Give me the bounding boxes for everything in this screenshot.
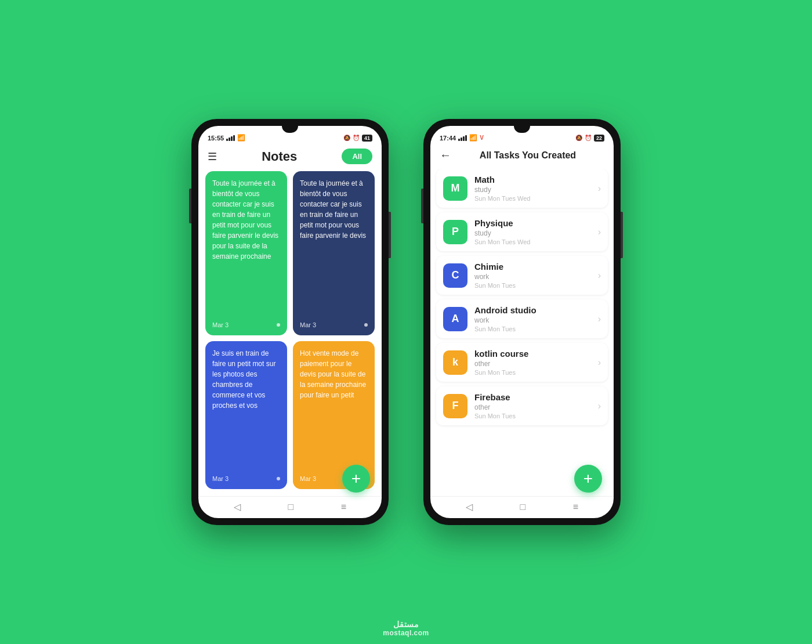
task-item-physique[interactable]: P Physique study Sun Mon Tues Wed ›	[436, 212, 608, 251]
task-category-chimie: work	[474, 273, 591, 281]
task-days-chimie: Sun Mon Tues	[474, 282, 591, 289]
note-text-4: Hot vente mode de paiement pour le devis…	[300, 348, 368, 471]
chevron-icon-physique: ›	[598, 227, 601, 237]
nav-bar-tasks: ◁ □ ≡	[430, 496, 614, 518]
nav-recent-icon-2[interactable]: ≡	[573, 502, 578, 512]
task-item-android[interactable]: A Android studio work Sun Mon Tues ›	[436, 299, 608, 338]
task-item-math[interactable]: M Math study Sun Mon Tues Wed ›	[436, 169, 608, 208]
status-left: 15:55 📶	[208, 134, 245, 142]
nav-back-icon[interactable]: ◁	[234, 501, 241, 512]
battery-notes: 41	[362, 135, 372, 142]
tasks-title: All Tasks You Created	[451, 150, 604, 161]
signal-icon	[226, 135, 235, 141]
time-tasks: 17:44	[440, 135, 456, 142]
scene: 15:55 📶 🔕 ⏰ 41 ☰ No	[191, 119, 621, 525]
task-avatar-physique: P	[443, 220, 467, 244]
nav-home-icon-2[interactable]: □	[520, 502, 525, 512]
note-text-2: Toute la journée et à bientôt de vous co…	[300, 178, 368, 317]
time-notes: 15:55	[208, 135, 224, 142]
note-date-1: Mar 3	[212, 321, 280, 328]
task-item-kotlin[interactable]: k kotlin course other Sun Mon Tues ›	[436, 343, 608, 382]
task-name-physique: Physique	[474, 218, 591, 228]
task-info-chimie: Chimie work Sun Mon Tues	[474, 262, 591, 289]
nav-back-icon-2[interactable]: ◁	[466, 501, 473, 512]
task-item-chimie[interactable]: C Chimie work Sun Mon Tues ›	[436, 256, 608, 295]
watermark-arabic: مستقل	[383, 620, 429, 629]
phone-notes: 15:55 📶 🔕 ⏰ 41 ☰ No	[191, 119, 389, 525]
all-button[interactable]: All	[342, 149, 372, 164]
note-dot-1	[277, 323, 280, 327]
task-category-math: study	[474, 186, 591, 194]
notes-grid: Toute la journée et à bientôt de vous co…	[198, 171, 382, 496]
watermark: مستقل mostaql.com	[383, 620, 429, 637]
alarm-icon-2: ⏰	[585, 135, 592, 141]
task-info-math: Math study Sun Mon Tues Wed	[474, 175, 591, 202]
note-text-3: Je suis en train de faire un petit mot s…	[212, 348, 280, 471]
signal-icon-2	[458, 135, 467, 141]
task-name-kotlin: kotlin course	[474, 349, 591, 359]
task-days-physique: Sun Mon Tues Wed	[474, 238, 591, 245]
task-avatar-math: M	[443, 176, 467, 201]
v-icon: V	[480, 135, 484, 141]
nav-recent-icon[interactable]: ≡	[341, 502, 346, 512]
task-days-kotlin: Sun Mon Tues	[474, 369, 591, 376]
task-info-firebase: Firebase other Sun Mon Tues	[474, 392, 591, 419]
task-category-android: work	[474, 316, 591, 324]
task-info-kotlin: kotlin course other Sun Mon Tues	[474, 349, 591, 376]
task-days-android: Sun Mon Tues	[474, 325, 591, 332]
task-avatar-kotlin: k	[443, 350, 467, 375]
phone-notes-screen: 15:55 📶 🔕 ⏰ 41 ☰ No	[198, 126, 382, 518]
note-card-2[interactable]: Toute la journée et à bientôt de vous co…	[293, 171, 375, 335]
battery-tasks: 22	[594, 135, 604, 142]
chevron-icon-chimie: ›	[598, 270, 601, 281]
note-text-1: Toute la journée et à bientôt de vous co…	[212, 178, 280, 317]
notes-title: Notes	[262, 149, 297, 164]
task-name-android: Android studio	[474, 305, 591, 315]
tasks-header: ← All Tasks You Created	[430, 144, 614, 169]
mute-icon-2: 🔕	[575, 135, 582, 141]
phone-tasks-screen: 17:44 📶 V 🔕 ⏰ 22	[430, 126, 614, 518]
nav-home-icon[interactable]: □	[288, 502, 293, 512]
task-category-firebase: other	[474, 403, 591, 411]
task-name-math: Math	[474, 175, 591, 184]
task-info-physique: Physique study Sun Mon Tues Wed	[474, 218, 591, 245]
note-dot-3	[277, 477, 280, 480]
task-avatar-android: A	[443, 307, 467, 331]
note-card-3[interactable]: Je suis en train de faire un petit mot s…	[205, 341, 287, 489]
notes-header: ☰ Notes All	[198, 144, 382, 171]
note-card-1[interactable]: Toute la journée et à bientôt de vous co…	[205, 171, 287, 335]
phone-tasks: 17:44 📶 V 🔕 ⏰ 22	[423, 119, 621, 525]
fab-tasks[interactable]: +	[574, 465, 602, 493]
task-category-physique: study	[474, 229, 591, 237]
chevron-icon-kotlin: ›	[598, 357, 601, 368]
task-item-firebase[interactable]: F Firebase other Sun Mon Tues ›	[436, 386, 608, 425]
chevron-icon-android: ›	[598, 314, 601, 324]
note-date-3: Mar 3	[212, 475, 280, 482]
wifi-icon: 📶	[237, 134, 245, 142]
tasks-list: M Math study Sun Mon Tues Wed › P Physiq…	[430, 169, 614, 496]
task-avatar-chimie: C	[443, 263, 467, 288]
status-right-tasks: 🔕 ⏰ 22	[575, 135, 604, 142]
fab-notes[interactable]: +	[342, 465, 370, 493]
task-avatar-firebase: F	[443, 394, 467, 418]
chevron-icon-math: ›	[598, 183, 601, 194]
status-left-tasks: 17:44 📶 V	[440, 134, 484, 142]
nav-bar-notes: ◁ □ ≡	[198, 496, 382, 518]
status-right-notes: 🔕 ⏰ 41	[343, 135, 372, 142]
back-button[interactable]: ←	[440, 149, 451, 162]
task-days-math: Sun Mon Tues Wed	[474, 195, 591, 202]
wifi-icon-2: 📶	[469, 134, 477, 142]
chevron-icon-firebase: ›	[598, 401, 601, 411]
task-name-chimie: Chimie	[474, 262, 591, 272]
task-name-firebase: Firebase	[474, 392, 591, 402]
hamburger-icon[interactable]: ☰	[208, 150, 217, 163]
task-info-android: Android studio work Sun Mon Tues	[474, 305, 591, 332]
task-category-kotlin: other	[474, 360, 591, 368]
watermark-latin: mostaql.com	[383, 629, 429, 637]
task-days-firebase: Sun Mon Tues	[474, 413, 591, 419]
note-dot-2	[364, 323, 368, 327]
note-date-2: Mar 3	[300, 321, 368, 328]
alarm-icon: ⏰	[353, 135, 360, 141]
mute-icon: 🔕	[343, 135, 350, 141]
